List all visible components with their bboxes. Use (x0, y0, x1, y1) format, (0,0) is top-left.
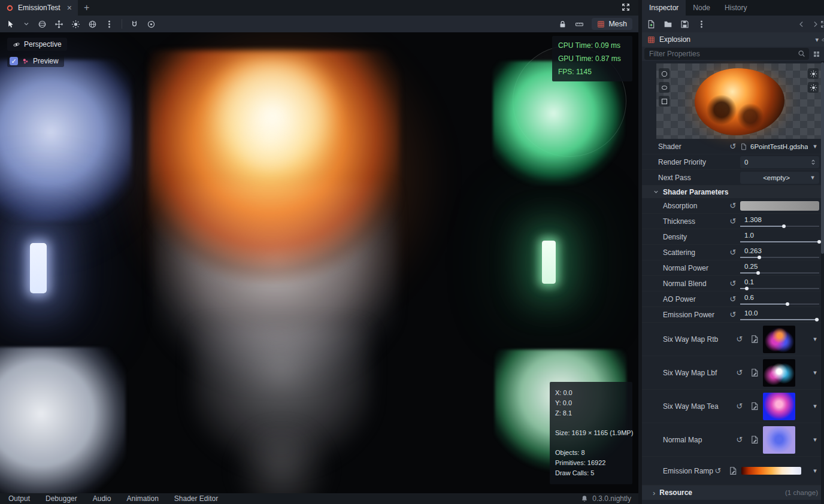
revert-icon[interactable]: ↺ (728, 142, 738, 151)
property-label: Density (642, 233, 728, 241)
texture-edit-icon[interactable] (750, 402, 759, 411)
select-tool-icon[interactable] (6, 20, 15, 29)
shader-dropdown[interactable]: 6PointTestH.gdsha ▾ (740, 142, 819, 150)
property-label: Normal Map (642, 436, 735, 444)
save-resource-icon[interactable] (680, 20, 689, 29)
inspector-scrollbar[interactable] (821, 61, 824, 504)
section-resource[interactable]: › Resource (1 change) (642, 485, 824, 500)
property-label: Normal Power (642, 264, 728, 272)
bottom-tab-audio[interactable]: Audio (93, 494, 111, 503)
slider-grabber[interactable] (786, 302, 789, 306)
preview-shape-sphere-icon[interactable] (659, 68, 670, 79)
texture-edit-icon[interactable] (750, 335, 759, 344)
extra-dock-icon[interactable] (821, 36, 824, 43)
preview-light-2-icon[interactable] (808, 82, 819, 93)
scrollbar-thumb[interactable] (821, 62, 824, 254)
next-pass-dropdown[interactable]: <empty> ▾ (740, 172, 819, 184)
slider-grabber[interactable] (782, 224, 786, 228)
preview-light-1-icon[interactable] (808, 68, 819, 79)
texture-edit-icon[interactable] (750, 435, 759, 444)
section-label: Shader Parameters (663, 188, 728, 196)
emission-ramp-gradient[interactable] (741, 467, 801, 475)
more-options-icon[interactable] (105, 20, 114, 29)
texture-preview-tea[interactable] (763, 393, 795, 420)
slider-grabber[interactable] (745, 287, 749, 290)
render-priority-spinbox[interactable]: 0 (740, 156, 819, 168)
revert-icon[interactable]: ↺ (728, 248, 738, 257)
revert-icon[interactable]: ↺ (735, 435, 744, 444)
sphere-tool-icon[interactable] (38, 20, 47, 29)
tab-history[interactable]: History (717, 0, 754, 16)
revert-icon[interactable]: ↺ (735, 368, 744, 377)
history-forward-icon[interactable] (811, 20, 819, 28)
ruler-icon[interactable] (575, 20, 584, 29)
revert-icon[interactable]: ↺ (735, 335, 744, 344)
absorption-color-swatch[interactable] (740, 201, 819, 211)
chevron-down-icon[interactable]: ▾ (811, 335, 819, 343)
snap-tool-icon[interactable] (130, 20, 139, 29)
mesh-mode-button[interactable]: Mesh (592, 18, 632, 30)
white-light-bar-left-render (30, 243, 47, 293)
load-resource-folder-icon[interactable] (664, 20, 672, 29)
lock-icon[interactable] (558, 20, 567, 29)
revert-icon[interactable]: ↺ (713, 466, 723, 475)
add-scene-tab-button[interactable]: + (84, 2, 89, 13)
section-shader-parameters[interactable]: Shader Parameters (642, 186, 824, 198)
chevron-down-icon[interactable]: ▾ (811, 467, 819, 475)
texture-preview-lbf[interactable] (763, 359, 795, 387)
history-back-icon[interactable] (798, 20, 805, 28)
revert-icon[interactable]: ↺ (728, 201, 738, 210)
tab-node[interactable]: Node (686, 0, 717, 16)
preview-checkbox[interactable]: ✓ (10, 57, 18, 65)
revert-icon[interactable]: ↺ (728, 279, 738, 288)
filter-properties-input[interactable] (644, 48, 809, 60)
texture-edit-icon[interactable] (750, 368, 759, 377)
slider-grabber[interactable] (756, 271, 760, 275)
bottom-tab-shader-editor[interactable]: Shader Editor (174, 494, 218, 503)
new-resource-icon[interactable] (647, 20, 656, 29)
density-slider[interactable]: 1.0 (740, 230, 819, 244)
normal-power-slider[interactable]: 0.25 (740, 262, 819, 275)
slider-grabber[interactable] (758, 256, 761, 259)
revert-icon[interactable]: ↺ (728, 217, 738, 226)
chevron-down-icon[interactable]: ▾ (811, 436, 819, 444)
scene-tab-emissiontest[interactable]: EmissionTest × (0, 0, 78, 16)
thickness-slider[interactable]: 1.308 (740, 215, 819, 228)
chevron-down-icon[interactable]: ▾ (811, 369, 819, 377)
notification-bell-icon[interactable] (581, 495, 588, 502)
filter-options-icon[interactable] (811, 50, 822, 58)
expand-viewport-icon[interactable] (622, 3, 630, 11)
emission-power-slider[interactable]: 10.0 (740, 308, 819, 321)
chevron-down-icon[interactable]: ▾ (811, 402, 819, 410)
ao-power-slider[interactable]: 0.6 (740, 293, 819, 306)
sun-tool-icon[interactable] (71, 20, 80, 29)
texture-edit-icon[interactable] (729, 466, 738, 475)
edited-object-row[interactable]: Explosion ▾ (642, 32, 824, 47)
close-tab-icon[interactable]: × (67, 3, 72, 13)
select-tool-chevron-icon[interactable] (23, 20, 30, 28)
scattering-slider[interactable]: 0.263 (740, 246, 819, 259)
focus-tool-icon[interactable] (147, 20, 156, 29)
environment-tool-icon[interactable] (88, 20, 97, 29)
spin-updown-icon[interactable] (810, 159, 817, 166)
preview-shape-box-icon[interactable] (659, 96, 670, 107)
3d-viewport[interactable]: Perspective ✓ Preview CPU Time: 0.09 ms … (0, 32, 638, 493)
resource-options-icon[interactable] (697, 20, 706, 29)
move-tool-icon[interactable] (54, 20, 63, 29)
revert-icon[interactable]: ↺ (728, 310, 738, 319)
normal-blend-slider[interactable]: 0.1 (740, 277, 819, 290)
next-pass-value: <empty> (744, 174, 808, 181)
bottom-tab-output[interactable]: Output (8, 494, 30, 503)
bottom-tab-debugger[interactable]: Debugger (46, 494, 77, 503)
texture-preview-normal-map[interactable] (763, 426, 795, 454)
dock-icon[interactable] (820, 20, 824, 28)
perspective-menu-button[interactable]: Perspective (7, 38, 67, 51)
slider-grabber[interactable] (815, 318, 819, 321)
tab-inspector[interactable]: Inspector (642, 0, 686, 16)
texture-preview-rtb[interactable] (763, 326, 795, 353)
preview-shape-capsule-icon[interactable] (659, 82, 670, 93)
revert-icon[interactable]: ↺ (735, 402, 744, 411)
bottom-tab-animation[interactable]: Animation (126, 494, 158, 503)
chevron-down-icon[interactable]: ▾ (815, 36, 819, 44)
revert-icon[interactable]: ↺ (728, 294, 738, 303)
